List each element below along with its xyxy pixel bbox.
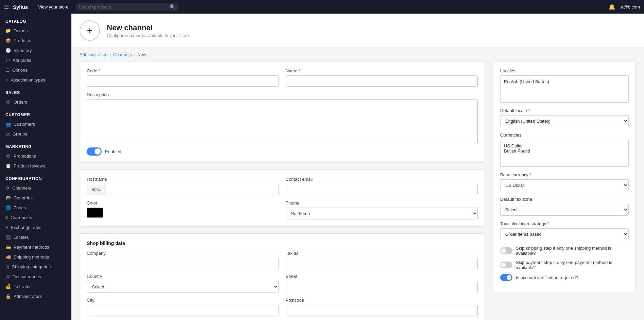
name-input[interactable] xyxy=(286,75,478,87)
city-label: City xyxy=(87,298,279,303)
color-theme-row: Color Theme No theme xyxy=(87,200,478,219)
sidebar-item-countries[interactable]: 🏁Countries xyxy=(0,193,71,203)
sidebar-item-promotions[interactable]: 🛒Promotions xyxy=(0,151,71,161)
search-input[interactable] xyxy=(79,4,168,10)
shipping-categories-icon: ⊞ xyxy=(5,264,9,269)
promotions-icon: 🛒 xyxy=(5,154,11,159)
postcode-input[interactable] xyxy=(286,305,478,316)
code-name-row: Code * Name * xyxy=(87,68,478,87)
default-locale-block: Default locale * English (United States) xyxy=(500,108,629,127)
sidebar-item-association-types[interactable]: ≡Association types xyxy=(0,75,71,85)
taxid-label: Tax ID xyxy=(286,251,478,256)
sidebar-item-inventory[interactable]: 🕐Inventory xyxy=(0,46,71,55)
description-textarea[interactable] xyxy=(87,99,478,143)
tax-calc-select[interactable]: Order items based xyxy=(500,228,629,240)
city-input[interactable] xyxy=(87,305,279,316)
brand-logo: Sylius xyxy=(13,4,28,10)
postcode-label: Postcode xyxy=(286,298,478,303)
taxid-group: Tax ID xyxy=(286,251,478,269)
skip-payment-label: Skip payment step if only one payment me… xyxy=(516,260,629,270)
groups-icon: 🗂 xyxy=(5,131,10,137)
sidebar-item-locales[interactable]: ⬛Locales xyxy=(0,232,71,242)
administrators-icon: 🔒 xyxy=(5,294,11,299)
skip-shipping-row: Skip shipping step if only one shipping … xyxy=(500,246,629,256)
country-label: Country xyxy=(87,274,279,279)
sidebar-item-groups[interactable]: 🗂Groups xyxy=(0,129,71,139)
color-swatch[interactable] xyxy=(87,208,103,218)
content-area: Code * Name * Description xyxy=(71,61,644,320)
left-column: Code * Name * Description xyxy=(80,61,485,320)
view-store-link[interactable]: View your store xyxy=(35,2,72,12)
account-verification-toggle[interactable] xyxy=(500,274,512,281)
company-input[interactable] xyxy=(87,258,279,269)
code-input[interactable] xyxy=(87,75,279,87)
sidebar-item-channels[interactable]: ⚙Channels xyxy=(0,183,71,193)
tax-calc-label: Tax calculation strategy * xyxy=(500,221,629,226)
search-bar[interactable]: 🔍 xyxy=(76,3,178,11)
street-input[interactable] xyxy=(286,281,478,292)
sidebar-item-shipping-categories[interactable]: ⊞Shipping categories xyxy=(0,262,71,272)
sidebar-item-product-reviews[interactable]: 📋Product reviews xyxy=(0,161,71,171)
color-group: Color xyxy=(87,200,279,219)
street-label: Street xyxy=(286,274,478,279)
inventory-icon: 🕐 xyxy=(5,48,11,53)
catalog-section-label: Catalog xyxy=(0,14,71,26)
hostname-prefix: http:// xyxy=(87,184,105,195)
default-tax-zone-select[interactable]: Select xyxy=(500,204,629,216)
sidebar-item-payment-methods[interactable]: 💳Payment methods xyxy=(0,242,71,252)
description-label: Description xyxy=(87,92,478,97)
sidebar-item-administrators[interactable]: 🔒Administrators xyxy=(0,291,71,301)
sidebar-item-options[interactable]: ☰Options xyxy=(0,65,71,75)
enabled-toggle[interactable] xyxy=(87,147,102,156)
taxid-input[interactable] xyxy=(286,258,478,269)
hostname-input[interactable] xyxy=(105,184,278,195)
breadcrumb: Administration › Channels › New xyxy=(71,48,644,61)
name-label: Name * xyxy=(286,68,478,73)
customer-section-label: Customer xyxy=(0,107,71,119)
description-group: Description xyxy=(87,92,478,143)
page-subtitle: Configure channels available in your sto… xyxy=(107,33,189,38)
sidebar-item-taxons[interactable]: 📁Taxons xyxy=(0,26,71,36)
user-menu[interactable]: a@b.com xyxy=(621,4,640,10)
product-reviews-icon: 📋 xyxy=(5,163,11,168)
sidebar-item-customers[interactable]: 👥Customers xyxy=(0,119,71,129)
contact-email-label: Contact email xyxy=(286,177,478,182)
sidebar: Catalog 📁Taxons 📦Products 🕐Inventory 🏷At… xyxy=(0,14,71,320)
postcode-group: Postcode xyxy=(286,298,478,316)
theme-select[interactable]: No theme xyxy=(286,208,478,219)
right-column: Locales English (United States) Default … xyxy=(493,61,636,320)
currencies-box: US Dollar British Pound xyxy=(500,140,629,167)
skip-shipping-slider xyxy=(500,247,512,254)
bell-icon[interactable]: 🔔 xyxy=(609,4,615,10)
skip-payment-toggle[interactable] xyxy=(500,262,512,268)
sidebar-item-currencies[interactable]: $Currencies xyxy=(0,213,71,223)
company-taxid-row: Company Tax ID xyxy=(87,251,478,269)
enabled-row: Enabled xyxy=(87,147,478,156)
sidebar-item-attributes[interactable]: 🏷Attributes xyxy=(0,55,71,65)
sidebar-item-tax-rates[interactable]: 💰Tax rates xyxy=(0,282,71,291)
breadcrumb-channels[interactable]: Channels xyxy=(113,52,132,57)
tax-calc-block: Tax calculation strategy * Order items b… xyxy=(500,221,629,240)
plus-icon: + xyxy=(87,25,92,36)
hostname-group: Hostname http:// xyxy=(87,177,279,195)
code-label: Code * xyxy=(87,68,279,73)
sidebar-item-exchange-rates[interactable]: ≡Exchange rates xyxy=(0,223,71,232)
sidebar-item-orders[interactable]: 🛒Orders xyxy=(0,97,71,107)
breadcrumb-administration[interactable]: Administration xyxy=(80,52,107,57)
skip-shipping-toggle[interactable] xyxy=(500,247,512,254)
default-locale-select[interactable]: English (United States) xyxy=(500,115,629,127)
shop-billing-card: Shop billing data Company Tax ID xyxy=(80,233,485,320)
sidebar-item-products[interactable]: 📦Products xyxy=(0,36,71,46)
skip-payment-row: Skip payment step if only one payment me… xyxy=(500,260,629,270)
top-navigation: ☰ Sylius View your store 🔍 🔔 a@b.com xyxy=(0,0,644,14)
theme-label: Theme xyxy=(286,200,478,206)
sidebar-item-shipping-methods[interactable]: 🚚Shipping methods xyxy=(0,252,71,262)
sidebar-item-zones[interactable]: 🌐Zones xyxy=(0,203,71,213)
country-select[interactable]: Select xyxy=(87,281,279,293)
contact-email-input[interactable] xyxy=(286,184,478,195)
sidebar-item-tax-categories[interactable]: 🏷Tax categories xyxy=(0,272,71,282)
hamburger-icon[interactable]: ☰ xyxy=(4,4,9,10)
street-group: Street xyxy=(286,274,478,293)
base-currency-select[interactable]: US Dollar xyxy=(500,179,629,191)
association-types-icon: ≡ xyxy=(5,77,8,83)
